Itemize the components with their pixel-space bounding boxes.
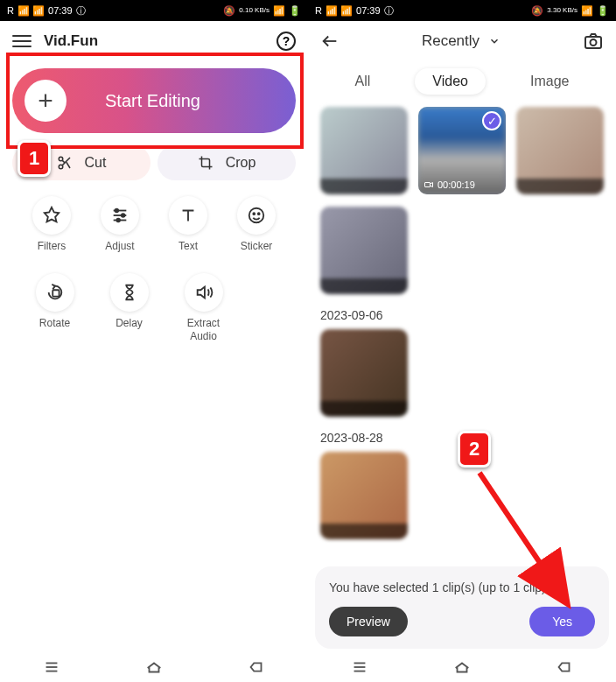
tab-image[interactable]: Image — [513, 68, 586, 95]
selection-text: You have selected 1 clip(s) (up to 1 cli… — [329, 580, 595, 594]
selection-sheet: You have selected 1 clip(s) (up to 1 cli… — [315, 566, 609, 649]
yes-button[interactable]: Yes — [529, 607, 595, 636]
nav-home-icon[interactable] — [144, 657, 164, 677]
tools-grid: Filters Adjust Text Sticker Rotate — [0, 196, 308, 363]
video-thumb[interactable] — [516, 107, 604, 194]
plus-icon: + — [24, 80, 66, 122]
battery-icon: 🔋 — [597, 5, 609, 17]
svg-marker-24 — [430, 183, 433, 187]
thumbnail-row-1: ✓ 00:00:19 — [308, 107, 616, 207]
svg-marker-16 — [197, 287, 204, 299]
svg-rect-15 — [52, 291, 59, 297]
tab-video[interactable]: Video — [415, 68, 486, 95]
tool-delay[interactable]: Delay — [92, 273, 166, 342]
nav-bar — [308, 652, 616, 682]
delay-label: Delay — [116, 317, 143, 329]
back-icon[interactable] — [320, 32, 340, 51]
tool-adjust[interactable]: Adjust — [86, 196, 154, 252]
battery-icon: 🔋 — [289, 5, 301, 17]
video-thumb[interactable] — [320, 452, 408, 539]
tool-sticker[interactable]: Sticker — [222, 196, 290, 252]
cut-label: Cut — [85, 155, 107, 171]
svg-rect-23 — [425, 183, 430, 187]
crop-button[interactable]: Crop — [158, 145, 296, 180]
svg-point-12 — [249, 208, 264, 223]
nav-bar — [0, 652, 308, 682]
duration-label: 00:00:19 — [424, 179, 475, 190]
scissors-icon — [57, 155, 73, 171]
tab-all[interactable]: All — [338, 68, 388, 95]
chevron-down-icon — [488, 35, 500, 47]
dnd-icon: 🔕 — [531, 5, 543, 17]
extract-label: Extract Audio — [187, 317, 220, 342]
app-header: Vid.Fun ? — [0, 21, 308, 61]
audio-icon — [194, 283, 214, 302]
adjust-icon — [110, 206, 130, 225]
crop-icon — [198, 155, 214, 171]
svg-line-3 — [66, 162, 69, 168]
video-cam-icon — [424, 179, 434, 190]
carrier-label: R — [7, 5, 14, 16]
rotate-label: Rotate — [39, 317, 70, 329]
help-icon[interactable]: ? — [276, 32, 296, 51]
video-thumb[interactable] — [320, 207, 408, 294]
dropdown-label: Recently — [422, 32, 480, 50]
svg-marker-5 — [45, 207, 60, 222]
nav-home-icon[interactable] — [452, 657, 472, 677]
signal-icon: 📶 📶 — [326, 5, 353, 17]
filters-label: Filters — [38, 240, 66, 252]
svg-point-0 — [59, 157, 63, 161]
filters-icon — [42, 206, 61, 225]
picker-header: Recently — [308, 21, 616, 61]
dnd-icon: 🔕 — [223, 5, 235, 17]
camera-icon[interactable] — [583, 31, 604, 52]
duration-text: 00:00:19 — [438, 179, 475, 190]
preview-button[interactable]: Preview — [329, 607, 408, 636]
status-bar: R📶 📶07:39ⓘ 🔕3.30 KB/s📶🔋 — [308, 0, 616, 21]
nav-recent-icon[interactable] — [350, 657, 369, 677]
svg-point-22 — [591, 39, 597, 46]
media-tabs: All Video Image — [308, 61, 616, 107]
tool-text[interactable]: Text — [154, 196, 222, 252]
tool-extract-audio[interactable]: Extract Audio — [166, 273, 241, 342]
sticker-icon — [247, 206, 266, 225]
video-thumb-selected[interactable]: ✓ 00:00:19 — [418, 107, 506, 194]
tool-filters[interactable]: Filters — [18, 196, 86, 252]
nav-back-icon[interactable] — [555, 657, 574, 677]
signal-icon: 📶 📶 — [18, 5, 45, 17]
nav-back-icon[interactable] — [247, 657, 266, 677]
start-editing-label: Start Editing — [105, 91, 200, 111]
clock-label: 07:39 — [48, 5, 73, 16]
svg-point-11 — [116, 219, 120, 222]
tool-rotate[interactable]: Rotate — [18, 273, 92, 342]
svg-line-4 — [62, 160, 65, 163]
album-dropdown[interactable]: Recently — [352, 32, 570, 50]
svg-point-13 — [253, 213, 255, 214]
text-label: Text — [178, 240, 198, 252]
video-thumb[interactable] — [320, 329, 408, 417]
svg-rect-21 — [585, 37, 601, 48]
sticker-label: Sticker — [241, 240, 273, 252]
video-thumb[interactable] — [320, 107, 408, 194]
annotation-badge-1: 1 — [18, 140, 51, 177]
status-bar: R📶 📶07:39ⓘ 🔕0.10 KB/s📶🔋 — [0, 0, 308, 21]
rotate-icon — [46, 283, 65, 302]
net-speed: 0.10 KB/s — [239, 7, 270, 14]
adjust-label: Adjust — [105, 240, 134, 252]
svg-point-14 — [258, 213, 260, 214]
selected-check-icon: ✓ — [482, 111, 501, 130]
delay-icon — [120, 283, 139, 302]
svg-point-1 — [59, 165, 63, 169]
carrier-label: R — [315, 5, 322, 16]
start-editing-button[interactable]: + Start Editing — [12, 68, 296, 133]
net-speed: 3.30 KB/s — [547, 7, 578, 14]
phone-right: R📶 📶07:39ⓘ 🔕3.30 KB/s📶🔋 Recently All Vid… — [308, 0, 616, 682]
nav-recent-icon[interactable] — [42, 657, 61, 677]
svg-point-10 — [122, 214, 125, 217]
phone-left: R📶 📶07:39ⓘ 🔕0.10 KB/s📶🔋 Vid.Fun ? + Star… — [0, 0, 308, 682]
thumbnail-row-3 — [308, 329, 616, 429]
crop-label: Crop — [226, 155, 256, 171]
info-icon: ⓘ — [384, 4, 394, 18]
menu-icon[interactable] — [12, 32, 32, 51]
app-title: Vid.Fun — [44, 32, 264, 50]
